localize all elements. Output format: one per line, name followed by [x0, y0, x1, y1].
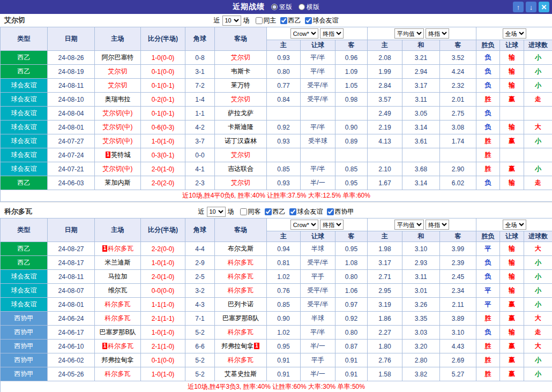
home-team[interactable]: 艾尔切(中)	[95, 162, 141, 176]
match-score[interactable]: 1-0(1-0)	[141, 326, 185, 340]
filter-option[interactable]: 西乙	[265, 207, 286, 216]
away-team[interactable]: 卡斯迪隆	[215, 120, 267, 134]
home-team[interactable]: 科尔多瓦	[95, 298, 141, 312]
filter-checkbox[interactable]	[327, 208, 334, 215]
odds-company-select[interactable]: Crow*	[290, 220, 318, 230]
layout-radio-vertical-icon[interactable]	[271, 4, 278, 10]
filter-checkbox[interactable]	[289, 208, 296, 215]
home-team[interactable]: 奥瑞韦拉	[95, 93, 141, 107]
league-type[interactable]: 球会友谊	[1, 298, 48, 312]
full-match-select[interactable]: 全场	[503, 28, 526, 39]
away-team[interactable]: 艾基史拉斯	[215, 367, 267, 381]
layout-option-horizontal[interactable]: 横版	[299, 3, 319, 12]
away-team[interactable]: 巴塞罗那B队	[215, 312, 267, 326]
match-score[interactable]: 2-0(1-0)	[141, 162, 185, 176]
league-type[interactable]: 西协甲	[1, 340, 48, 353]
away-team[interactable]: 布尔戈斯	[215, 242, 267, 256]
away-team[interactable]: 科尔多瓦	[215, 353, 267, 367]
home-team[interactable]: 艾尔切(中)	[95, 134, 141, 148]
match-score[interactable]: 2-1(1-1)	[141, 312, 185, 326]
away-team[interactable]: 诺丁汉森林	[215, 134, 267, 148]
match-count-select[interactable]: 10	[222, 16, 241, 26]
home-team[interactable]: 莱加内斯	[95, 176, 141, 190]
away-team[interactable]: 科尔多瓦	[215, 284, 267, 298]
league-type[interactable]: 球会友谊	[1, 134, 48, 148]
home-team[interactable]: 艾尔切(中)	[95, 120, 141, 134]
layout-option-vertical[interactable]: 竖版	[271, 3, 292, 12]
league-type[interactable]: 球会友谊	[1, 120, 48, 134]
filter-checkbox[interactable]	[305, 17, 312, 24]
match-score[interactable]: 0-0(0-0)	[141, 284, 185, 298]
filter-checkbox[interactable]	[280, 17, 287, 24]
filter-option[interactable]: 西乙	[280, 16, 301, 25]
full-match-select[interactable]: 全场	[503, 220, 526, 230]
match-count-select[interactable]: 10	[207, 207, 226, 217]
home-team[interactable]: 邦弗拉甸拿	[95, 353, 141, 367]
away-team[interactable]: 莱万特	[215, 79, 267, 93]
match-score[interactable]: 0-3(0-1)	[141, 148, 185, 162]
final-odds-select[interactable]: 终指	[320, 28, 344, 39]
league-type[interactable]: 球会友谊	[1, 162, 48, 176]
league-type[interactable]: 球会友谊	[1, 93, 48, 107]
filter-option[interactable]: 球会友谊	[289, 207, 323, 216]
average-odds-select[interactable]: 平均值	[394, 28, 424, 39]
match-score[interactable]: 0-1(0-1)	[141, 79, 185, 93]
league-type[interactable]: 西协甲	[1, 326, 48, 340]
match-score[interactable]: 1-1(1-0)	[141, 298, 185, 312]
match-score[interactable]: 1-0(1-0)	[141, 256, 185, 270]
filter-checkbox[interactable]	[265, 208, 272, 215]
match-score[interactable]: 2-2(0-0)	[141, 242, 185, 256]
league-type[interactable]: 球会友谊	[1, 148, 48, 162]
match-score[interactable]: 0-1(0-1)	[141, 107, 185, 120]
match-score[interactable]: 0-1(0-0)	[141, 65, 185, 79]
match-score[interactable]: 1-0(0-0)	[141, 51, 185, 65]
home-team[interactable]: 马拉加	[95, 270, 141, 284]
away-team[interactable]: 艾尔切	[215, 148, 267, 162]
match-score[interactable]: 1-0(1-0)	[141, 367, 185, 381]
league-type[interactable]: 西乙	[1, 242, 48, 256]
home-team[interactable]: 维尔瓦	[95, 284, 141, 298]
home-team[interactable]: 米兰迪斯	[95, 256, 141, 270]
match-score[interactable]: 2-0(1-0)	[141, 270, 185, 284]
match-score[interactable]: 0-6(0-3)	[141, 120, 185, 134]
home-team[interactable]: 艾尔切	[95, 65, 141, 79]
match-score[interactable]: 1-0(1-0)	[141, 134, 185, 148]
home-team[interactable]: 科尔多瓦	[95, 367, 141, 381]
filter-option[interactable]: 同主	[256, 16, 277, 25]
home-team[interactable]: 阿尔巴塞特	[95, 51, 141, 65]
league-type[interactable]: 西协甲	[1, 367, 48, 381]
home-team[interactable]: 1科尔多瓦	[95, 340, 141, 353]
away-team[interactable]: 邦弗拉甸拿1	[215, 340, 267, 353]
away-team[interactable]: 巴列卡诺	[215, 298, 267, 312]
filter-option[interactable]: 同客	[240, 207, 261, 216]
average-odds-select[interactable]: 平均值	[394, 220, 424, 230]
away-team[interactable]: 艾尔切	[215, 93, 267, 107]
match-score[interactable]: 0-2(0-1)	[141, 93, 185, 107]
away-team[interactable]: 科尔多瓦	[215, 270, 267, 284]
home-team[interactable]: 1英特城	[95, 148, 141, 162]
away-team[interactable]: 科尔多瓦	[215, 256, 267, 270]
match-score[interactable]: 2-1(1-0)	[141, 340, 185, 353]
league-type[interactable]: 西乙	[1, 256, 48, 270]
layout-radio-horizontal-icon[interactable]	[299, 4, 305, 10]
league-type[interactable]: 球会友谊	[1, 107, 48, 120]
league-type[interactable]: 球会友谊	[1, 270, 48, 284]
league-type[interactable]: 西乙	[1, 51, 48, 65]
move-up-button[interactable]: ↑	[513, 2, 524, 12]
home-team[interactable]: 1科尔多瓦	[95, 242, 141, 256]
league-type[interactable]: 西协甲	[1, 353, 48, 367]
away-team[interactable]: 艾尔切	[215, 176, 267, 190]
match-score[interactable]: 2-0(2-0)	[141, 176, 185, 190]
filter-checkbox[interactable]	[240, 208, 247, 215]
filter-option[interactable]: 西协甲	[327, 207, 354, 216]
home-team[interactable]: 科尔多瓦	[95, 312, 141, 326]
home-team[interactable]: 巴塞罗那B队	[95, 326, 141, 340]
final-odds-select-2[interactable]: 终指	[426, 28, 449, 39]
filter-checkbox[interactable]	[256, 17, 263, 24]
league-type[interactable]: 西乙	[1, 176, 48, 190]
final-odds-select[interactable]: 终指	[320, 220, 344, 230]
home-team[interactable]: 艾尔切	[95, 79, 141, 93]
away-team[interactable]: 韦斯卡	[215, 65, 267, 79]
final-odds-select-2[interactable]: 终指	[426, 220, 449, 230]
league-type[interactable]: 西乙	[1, 65, 48, 79]
